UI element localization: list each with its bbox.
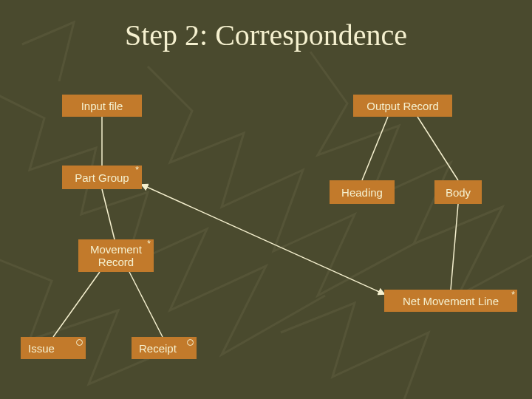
node-label: Net Movement Line xyxy=(403,295,499,307)
node-heading: Heading xyxy=(330,180,395,204)
node-label: Receipt xyxy=(139,342,177,355)
repeat-marker-icon: * xyxy=(511,290,515,299)
svg-line-6 xyxy=(451,204,458,290)
node-output-record: Output Record xyxy=(353,95,452,117)
node-label: Part Group xyxy=(75,171,129,184)
node-part-group: Part Group * xyxy=(62,166,142,189)
node-label: Heading xyxy=(341,186,383,199)
node-movement-record: Movement Record * xyxy=(78,239,154,272)
node-label: Input file xyxy=(81,100,123,112)
node-issue: Issue xyxy=(21,337,86,359)
selection-ring-icon xyxy=(76,339,83,346)
node-label: Movement Record xyxy=(90,243,142,268)
node-body: Body xyxy=(434,180,482,204)
svg-line-3 xyxy=(129,272,163,337)
repeat-marker-icon: * xyxy=(135,166,139,174)
selection-ring-icon xyxy=(187,339,194,346)
node-receipt: Receipt xyxy=(132,337,197,359)
svg-line-2 xyxy=(53,272,100,337)
node-label: Body xyxy=(446,186,471,199)
svg-line-1 xyxy=(102,189,115,239)
node-label: Issue xyxy=(28,342,55,355)
svg-line-4 xyxy=(362,117,388,180)
node-input-file: Input file xyxy=(62,95,142,117)
node-label: Output Record xyxy=(366,100,439,112)
node-net-movement-line: Net Movement Line * xyxy=(384,290,517,312)
repeat-marker-icon: * xyxy=(147,239,151,248)
svg-line-5 xyxy=(417,117,458,180)
slide-title: Step 2: Correspondence xyxy=(0,18,532,52)
